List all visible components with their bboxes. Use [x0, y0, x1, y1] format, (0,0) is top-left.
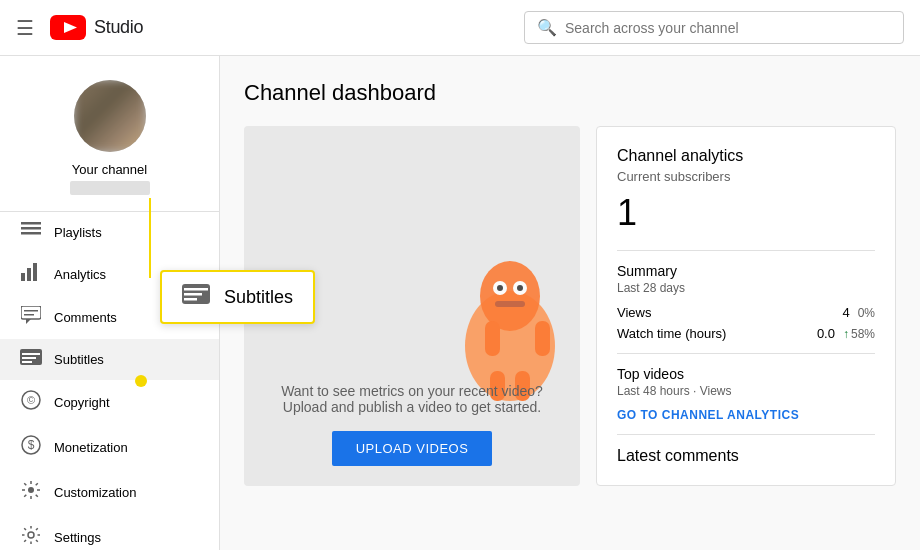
tooltip-box: Subtitles — [160, 270, 315, 324]
studio-label: Studio — [94, 17, 143, 38]
views-row: Views 4 0% — [617, 305, 875, 320]
avatar[interactable] — [74, 80, 146, 152]
views-value-group: 4 0% — [842, 305, 875, 320]
svg-rect-14 — [22, 357, 36, 359]
svg-rect-13 — [22, 353, 40, 355]
svg-point-27 — [517, 285, 523, 291]
svg-rect-3 — [21, 227, 41, 230]
search-input[interactable] — [565, 20, 891, 36]
svg-rect-36 — [184, 293, 202, 296]
watch-time-label: Watch time (hours) — [617, 326, 726, 341]
comments-icon — [20, 306, 42, 329]
svg-text:$: $ — [28, 438, 35, 452]
subtitles-tooltip-text: Subtitles — [224, 287, 293, 308]
svg-marker-9 — [26, 319, 31, 324]
menu-icon[interactable]: ☰ — [16, 16, 34, 40]
sidebar-item-subtitles[interactable]: Subtitles — [0, 339, 219, 380]
subtitles-tooltip-icon — [182, 284, 210, 310]
body-area: Your channel Playlists Analytics Comment… — [0, 56, 920, 550]
subtitles-icon — [20, 349, 42, 370]
channel-subtitle — [70, 181, 150, 195]
summary-period: Last 28 days — [617, 281, 875, 295]
top-nav: ☰ Studio 🔍 — [0, 0, 920, 56]
go-to-analytics-link[interactable]: GO TO CHANNEL ANALYTICS — [617, 408, 875, 422]
analytics-title: Channel analytics — [617, 147, 875, 165]
svg-rect-10 — [24, 310, 38, 312]
svg-rect-28 — [495, 301, 525, 307]
svg-point-23 — [480, 261, 540, 331]
watch-time-value: 0.0 — [817, 326, 835, 341]
svg-rect-30 — [535, 321, 550, 356]
subscribers-label: Current subscribers — [617, 169, 875, 184]
analytics-icon — [20, 263, 42, 286]
divider-1 — [617, 250, 875, 251]
video-empty-state: Want to see metrics on your recent video… — [264, 383, 560, 466]
sidebar-item-copyright[interactable]: © Copyright — [0, 380, 219, 425]
sidebar-item-playlists[interactable]: Playlists — [0, 212, 219, 253]
yellow-indicator-dot — [135, 375, 147, 387]
svg-rect-4 — [21, 232, 41, 235]
settings-icon — [20, 525, 42, 550]
playlists-icon — [20, 222, 42, 243]
robot-icon — [390, 206, 570, 406]
views-value: 4 — [842, 305, 849, 320]
watch-time-change-pct: 58% — [851, 327, 875, 341]
monetization-label: Monetization — [54, 440, 128, 455]
watch-time-value-group: 0.0 ↑ 58% — [817, 326, 875, 341]
search-icon: 🔍 — [537, 18, 557, 37]
channel-info: Your channel — [0, 56, 219, 212]
svg-point-21 — [28, 532, 34, 538]
top-videos-title: Top videos — [617, 366, 875, 382]
latest-comments-title: Latest comments — [617, 447, 875, 465]
sidebar-item-customization[interactable]: Customization — [0, 470, 219, 515]
top-videos-period: Last 48 hours · Views — [617, 384, 875, 398]
subtitles-tooltip: Subtitles — [160, 270, 315, 324]
svg-point-20 — [28, 487, 34, 493]
views-change: 0% — [858, 306, 875, 320]
watch-time-row: Watch time (hours) 0.0 ↑ 58% — [617, 326, 875, 341]
sidebar-item-monetization[interactable]: $ Monetization — [0, 425, 219, 470]
page-title: Channel dashboard — [244, 80, 896, 106]
tooltip-connector-line — [135, 198, 165, 278]
analytics-label: Analytics — [54, 267, 106, 282]
subscriber-count: 1 — [617, 192, 875, 234]
svg-point-26 — [497, 285, 503, 291]
svg-rect-2 — [21, 222, 41, 225]
divider-3 — [617, 434, 875, 435]
watch-time-change: ↑ 58% — [843, 327, 875, 341]
youtube-logo — [50, 15, 86, 40]
customization-label: Customization — [54, 485, 136, 500]
views-label: Views — [617, 305, 651, 320]
customization-icon — [20, 480, 42, 505]
svg-rect-29 — [485, 321, 500, 356]
search-bar[interactable]: 🔍 — [524, 11, 904, 44]
monetization-icon: $ — [20, 435, 42, 460]
upload-videos-button[interactable]: UPLOAD VIDEOS — [332, 431, 493, 466]
svg-rect-5 — [21, 273, 25, 281]
svg-rect-37 — [184, 298, 197, 301]
svg-rect-8 — [21, 306, 41, 319]
copyright-icon: © — [20, 390, 42, 415]
analytics-panel: Channel analytics Current subscribers 1 … — [596, 126, 896, 486]
playlists-label: Playlists — [54, 225, 102, 240]
settings-label: Settings — [54, 530, 101, 545]
channel-name: Your channel — [72, 162, 147, 177]
summary-title: Summary — [617, 263, 875, 279]
logo-area: Studio — [50, 15, 143, 40]
sidebar-item-settings[interactable]: Settings — [0, 515, 219, 550]
svg-text:©: © — [27, 394, 35, 406]
subtitles-label: Subtitles — [54, 352, 104, 367]
content-grid: Want to see metrics on your recent video… — [244, 126, 896, 486]
video-empty-text: Want to see metrics on your recent video… — [264, 383, 560, 415]
svg-rect-11 — [24, 314, 34, 316]
up-arrow-icon: ↑ — [843, 327, 849, 341]
comments-label: Comments — [54, 310, 117, 325]
copyright-label: Copyright — [54, 395, 110, 410]
svg-rect-7 — [33, 263, 37, 281]
main-content: Channel dashboard — [220, 56, 920, 550]
svg-rect-15 — [22, 361, 32, 363]
svg-rect-6 — [27, 268, 31, 281]
svg-rect-35 — [184, 288, 208, 291]
divider-2 — [617, 353, 875, 354]
